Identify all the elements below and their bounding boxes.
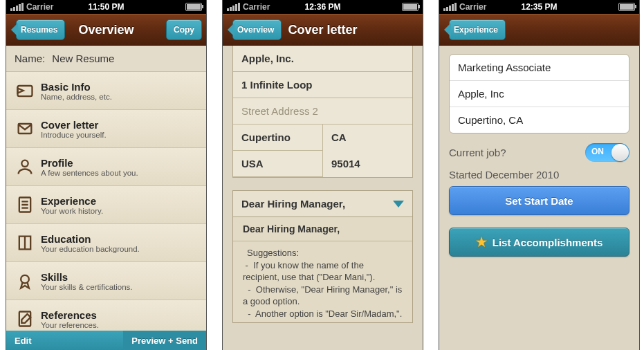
svg-point-2 [21, 160, 28, 167]
name-label: Name: [15, 53, 45, 64]
phone-cover-letter: Carrier 12:36 PM Overview Cover letter A… [222, 0, 423, 350]
job-title-field[interactable]: Marketing Associate [450, 55, 629, 81]
back-button-overview[interactable]: Overview [232, 19, 282, 40]
badge-icon [13, 269, 37, 293]
phone-experience-entry: Carrier 12:35 PM Experience Marketing As… [439, 0, 640, 350]
job-location-field[interactable]: Cupertino, CA [450, 107, 629, 133]
item-sub: A few sentences about you. [41, 169, 138, 177]
started-label: Started December 2010 [449, 169, 629, 181]
list-item-education[interactable]: EducationYour education background. [6, 224, 206, 262]
chevron-down-icon [393, 201, 404, 208]
city-field[interactable]: Cupertino [233, 125, 323, 151]
status-bar: Carrier 12:35 PM [439, 0, 639, 14]
item-sub: Your education background. [41, 245, 140, 253]
copy-label: Copy [174, 25, 194, 35]
back-label: Overview [237, 25, 274, 35]
item-title: References [41, 309, 99, 321]
item-sub: Introduce yourself. [41, 131, 107, 139]
section-list: Basic InfoName, address, etc. Cover lett… [6, 72, 206, 331]
item-title: Profile [41, 157, 138, 169]
salutation-panel: Dear Hiring Manager, Suggestions: - If y… [232, 217, 413, 323]
toggle-on-label: ON [591, 147, 604, 156]
phone-overview: Carrier 11:50 PM Resumes Overview Copy N… [6, 0, 207, 350]
state-field[interactable]: CA [323, 125, 412, 151]
card-icon [13, 79, 37, 102]
zip-field[interactable]: 95014 [323, 151, 412, 177]
suggestions-label: Suggestions: [243, 247, 403, 259]
list-accomplishments-label: List Accomplishments [493, 237, 602, 248]
salutation-value: Dear Hiring Manager, [241, 198, 345, 210]
current-job-toggle[interactable]: ON [585, 143, 629, 162]
back-label: Resumes [21, 25, 57, 35]
letter-icon [13, 117, 37, 140]
battery-icon [402, 3, 418, 11]
edit-label: Edit [15, 335, 32, 346]
current-job-label: Current job? [449, 147, 506, 158]
battery-icon [185, 3, 202, 11]
back-button-resumes[interactable]: Resumes [16, 19, 65, 40]
person-icon [13, 155, 37, 178]
company-field[interactable]: Apple, Inc. [233, 46, 412, 72]
experience-form: Marketing Associate Apple, Inc Cupertino… [439, 46, 639, 350]
status-time: 12:35 PM [439, 2, 639, 12]
suggestion-2: Otherwise, "Dear Hiring Manager," is a g… [243, 284, 402, 307]
copy-button[interactable]: Copy [166, 19, 202, 40]
item-title: Education [41, 233, 140, 245]
nav-bar: Overview Cover letter [223, 14, 423, 46]
list-item-profile[interactable]: ProfileA few sentences about you. [6, 148, 206, 186]
toggle-knob [611, 144, 629, 161]
job-fields-card: Marketing Associate Apple, Inc Cupertino… [449, 54, 629, 133]
pen-icon [13, 307, 37, 331]
status-bar: Carrier 11:50 PM [6, 0, 206, 14]
list-item-basic-info[interactable]: Basic InfoName, address, etc. [6, 72, 206, 110]
street1-field[interactable]: 1 Infinite Loop [233, 72, 412, 98]
preview-send-button[interactable]: Preview + Send [123, 331, 206, 350]
battery-icon [618, 3, 635, 11]
set-start-date-label: Set Start Date [505, 195, 573, 207]
svg-rect-0 [18, 86, 33, 96]
doc-icon [13, 193, 37, 217]
job-company-field[interactable]: Apple, Inc [450, 81, 629, 107]
item-sub: Name, address, etc. [41, 93, 112, 101]
edit-button[interactable]: Edit [6, 331, 40, 350]
cover-letter-form: Apple, Inc. 1 Infinite Loop Street Addre… [223, 46, 423, 350]
salutation-echo: Dear Hiring Manager, [233, 217, 412, 241]
country-field[interactable]: USA [233, 151, 323, 177]
suggestion-3: Another option is "Dear Sir/Madam,". [255, 308, 402, 319]
salutation-dropdown[interactable]: Dear Hiring Manager, [232, 190, 413, 217]
book-icon [13, 231, 37, 255]
list-item-cover-letter[interactable]: Cover letterIntroduce yourself. [6, 110, 206, 148]
resume-name-row[interactable]: Name: New Resume [6, 46, 206, 72]
item-title: Skills [41, 271, 133, 283]
item-title: Basic Info [41, 81, 112, 93]
nav-bar: Resumes Overview Copy [6, 14, 206, 46]
nav-bar: Experience [439, 14, 639, 46]
list-item-skills[interactable]: SkillsYour skills & certifications. [6, 262, 206, 300]
status-time: 12:36 PM [223, 2, 423, 12]
status-bar: Carrier 12:36 PM [223, 0, 423, 14]
item-sub: Your skills & certifications. [41, 283, 133, 291]
item-sub: Your references. [41, 321, 99, 329]
list-item-references[interactable]: ReferencesYour references. [6, 300, 206, 331]
set-start-date-button[interactable]: Set Start Date [449, 186, 629, 215]
item-title: Cover letter [41, 119, 107, 131]
status-time: 11:50 PM [6, 2, 206, 12]
list-accomplishments-button[interactable]: ★ List Accomplishments [449, 228, 629, 257]
name-value: New Resume [52, 53, 114, 64]
item-sub: Your work history. [41, 207, 103, 215]
svg-point-4 [21, 275, 29, 284]
bottom-toolbar: Edit Preview + Send [6, 331, 206, 350]
back-label: Experience [454, 25, 498, 35]
current-job-row: Current job? ON [449, 143, 629, 162]
street2-field[interactable]: Street Address 2 [233, 98, 412, 125]
list-item-experience[interactable]: ExperienceYour work history. [6, 186, 206, 224]
back-button-experience[interactable]: Experience [449, 19, 506, 40]
item-title: Experience [41, 195, 103, 207]
star-icon: ★ [476, 234, 487, 250]
suggestion-1: If you know the name of the recipient, u… [243, 260, 375, 283]
preview-label: Preview + Send [131, 335, 198, 346]
address-card: Apple, Inc. 1 Infinite Loop Street Addre… [232, 46, 413, 178]
suggestions-text: Suggestions: - If you know the name of t… [233, 241, 412, 322]
